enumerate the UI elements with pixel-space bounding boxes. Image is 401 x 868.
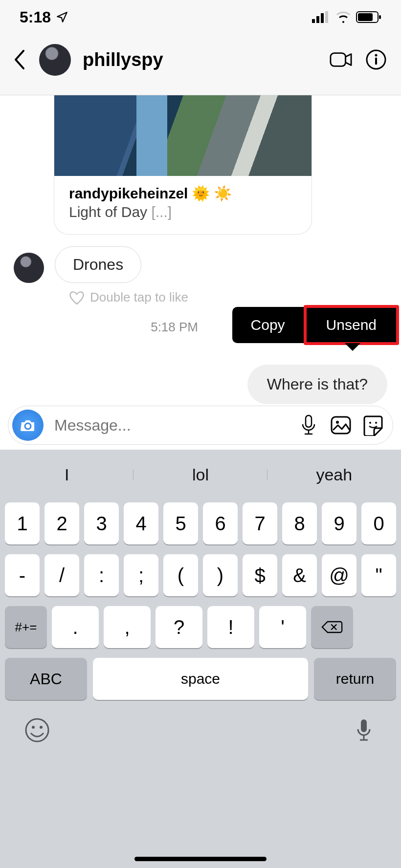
- key-quote[interactable]: ": [361, 554, 396, 596]
- video-call-button[interactable]: [330, 48, 352, 71]
- status-bar: 5:18: [0, 0, 401, 34]
- keyboard: I lol yeah 1 2 3 4 5 6 7 8 9 0 - / : ; (…: [0, 450, 401, 868]
- svg-rect-1: [316, 16, 319, 23]
- camera-icon: [20, 418, 36, 432]
- sticker-button[interactable]: [362, 414, 384, 436]
- key-9[interactable]: 9: [322, 502, 356, 544]
- key-0[interactable]: 0: [361, 502, 396, 544]
- backspace-icon: [321, 620, 343, 634]
- dictation-button[interactable]: [351, 717, 377, 745]
- svg-rect-15: [332, 417, 350, 434]
- key-apostrophe[interactable]: ': [259, 606, 306, 648]
- back-button[interactable]: [14, 50, 25, 69]
- key-rparen[interactable]: ): [203, 554, 238, 596]
- timestamp-row: 5:18 PM Copy Unsend: [0, 305, 401, 354]
- heart-icon[interactable]: [68, 290, 85, 305]
- svg-rect-2: [321, 13, 324, 23]
- key-abc-mode[interactable]: ABC: [5, 658, 87, 700]
- context-menu-tail: [345, 343, 360, 351]
- svg-point-18: [375, 422, 377, 424]
- key-dash[interactable]: -: [5, 554, 40, 596]
- key-row-2: - / : ; ( ) $ & @ ": [0, 554, 401, 596]
- sender-avatar[interactable]: [14, 253, 44, 283]
- key-return[interactable]: return: [314, 658, 396, 700]
- user-avatar[interactable]: [39, 44, 71, 76]
- svg-rect-5: [358, 13, 373, 21]
- chat-header: phillyspy: [0, 34, 401, 95]
- key-7[interactable]: 7: [243, 502, 277, 544]
- location-services-icon: [56, 11, 68, 23]
- suggestion-2[interactable]: lol: [134, 465, 267, 484]
- key-colon[interactable]: :: [84, 554, 119, 596]
- context-unsend-button[interactable]: Unsend: [307, 308, 396, 342]
- key-row-3: #+= . , ? ! ': [0, 606, 401, 648]
- post-caption-more[interactable]: [...]: [151, 204, 172, 220]
- key-row-bottom: ABC space return: [0, 658, 401, 700]
- incoming-message-row: Drones: [14, 246, 401, 283]
- key-symbols-mode[interactable]: #+=: [5, 606, 47, 648]
- key-dollar[interactable]: $: [243, 554, 277, 596]
- key-amp[interactable]: &: [282, 554, 317, 596]
- incoming-message-text: Drones: [73, 256, 123, 273]
- post-caption: Light of Day [...]: [69, 204, 297, 220]
- post-image: [54, 95, 312, 176]
- key-4[interactable]: 4: [124, 502, 158, 544]
- info-button[interactable]: [365, 48, 387, 71]
- key-2[interactable]: 2: [45, 502, 79, 544]
- key-backspace[interactable]: [311, 606, 353, 648]
- key-5[interactable]: 5: [163, 502, 198, 544]
- key-8[interactable]: 8: [282, 502, 317, 544]
- microphone-icon: [301, 414, 316, 436]
- key-semicolon[interactable]: ;: [124, 554, 158, 596]
- status-time: 5:18: [20, 8, 51, 26]
- svg-point-21: [26, 719, 48, 741]
- key-slash[interactable]: /: [45, 554, 79, 596]
- gallery-button[interactable]: [330, 414, 352, 436]
- key-lparen[interactable]: (: [163, 554, 198, 596]
- camera-button[interactable]: [12, 410, 44, 441]
- wifi-icon: [335, 11, 351, 23]
- svg-point-17: [369, 422, 371, 424]
- message-input[interactable]: [54, 416, 287, 434]
- key-1[interactable]: 1: [5, 502, 40, 544]
- outgoing-message-row: Where is that?: [0, 365, 387, 404]
- svg-rect-6: [379, 15, 381, 19]
- key-at[interactable]: @: [322, 554, 356, 596]
- emoji-keyboard-button[interactable]: [24, 717, 50, 745]
- suggestion-3[interactable]: yeah: [267, 465, 401, 484]
- svg-rect-7: [331, 53, 346, 66]
- svg-rect-0: [312, 19, 315, 23]
- sun-icon: ☀️: [214, 185, 232, 202]
- svg-rect-3: [325, 11, 328, 23]
- key-space[interactable]: space: [93, 658, 308, 700]
- key-question[interactable]: ?: [156, 606, 202, 648]
- emoji-icon: [24, 717, 50, 743]
- like-hint-text: Double tap to like: [90, 290, 188, 305]
- sun-face-icon: 🌞: [192, 185, 210, 202]
- outgoing-message-text: Where is that?: [267, 375, 368, 393]
- post-caption-text: Light of Day: [69, 204, 147, 220]
- suggestion-1[interactable]: I: [0, 465, 134, 484]
- incoming-message-bubble[interactable]: Drones: [55, 246, 141, 283]
- key-comma[interactable]: ,: [104, 606, 151, 648]
- battery-icon: [356, 11, 381, 23]
- context-copy-button[interactable]: Copy: [232, 307, 304, 343]
- suggestion-row: I lol yeah: [0, 456, 401, 493]
- chat-username[interactable]: phillyspy: [83, 49, 317, 70]
- key-exclaim[interactable]: !: [207, 606, 254, 648]
- home-indicator[interactable]: [134, 857, 267, 861]
- voice-message-button[interactable]: [298, 414, 319, 436]
- cell-signal-icon: [312, 11, 331, 23]
- post-body: randypikeheinzel 🌞 ☀️ Light of Day [...]: [54, 176, 312, 234]
- post-author[interactable]: randypikeheinzel: [69, 185, 188, 202]
- sticker-icon: [362, 414, 384, 436]
- chat-thread: randypikeheinzel 🌞 ☀️ Light of Day [...]…: [0, 95, 401, 401]
- svg-point-9: [375, 54, 378, 57]
- shared-post-card[interactable]: randypikeheinzel 🌞 ☀️ Light of Day [...]: [54, 95, 312, 235]
- svg-rect-12: [306, 415, 312, 427]
- key-period[interactable]: .: [52, 606, 99, 648]
- key-3[interactable]: 3: [84, 502, 119, 544]
- message-timestamp: 5:18 PM: [151, 320, 198, 335]
- key-6[interactable]: 6: [203, 502, 238, 544]
- outgoing-message-bubble[interactable]: Where is that?: [247, 365, 387, 404]
